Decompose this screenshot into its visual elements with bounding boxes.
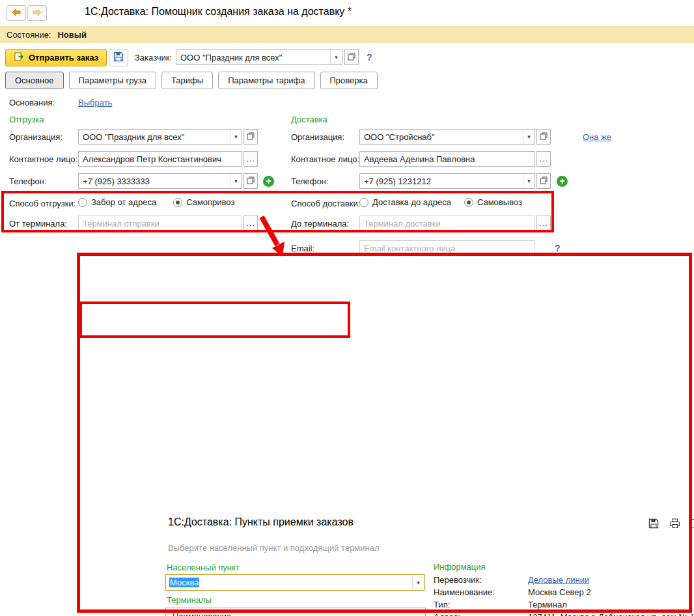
shipment-phone-label: Телефон: [9,176,47,186]
delivery-add-phone-button[interactable]: + [557,176,568,187]
history-nav [7,5,47,21]
status-value: Новый [57,30,86,40]
city-dropdown-icon[interactable]: ▾ [412,575,424,590]
dialog-preview-button[interactable] [687,517,694,531]
radio-label: Забор от адреса [91,197,156,207]
tab-tariffs[interactable]: Тарифы [161,72,213,89]
delivery-org-dropdown-icon[interactable]: ▾ [523,130,534,144]
terminal-info: Перевозчик: Деловые линии Наименование: … [434,575,694,616]
delivery-method-to-address[interactable]: Доставка до адреса [359,197,451,207]
send-order-icon [14,51,24,64]
open-link-icon [348,53,355,63]
same-as-link[interactable]: Она же [583,132,611,142]
customer-value: ООО "Праздник для всех" [176,53,330,63]
delivery-org-combo[interactable]: ООО "Стройснаб" ▾ [359,129,535,145]
delivery-contact-field[interactable]: Авдеева Аделина Павловна [359,151,535,167]
radio-on-icon [173,198,182,207]
shipment-contact-choose-button[interactable]: ... [243,151,258,167]
delivery-phone-combo[interactable]: +7 (925) 1231212 ▾ [359,173,535,189]
customer-label: Заказчик: [135,53,172,63]
delivery-org-label: Организация: [291,132,344,142]
selected-text: Москва [169,578,199,587]
shipment-org-value: ООО "Праздник для всех" [79,132,230,142]
annotation-arrow [255,215,294,258]
delivery-phone-value: +7 (925) 1231212 [360,176,523,186]
carrier-link[interactable]: Деловые линии [528,575,589,585]
shipment-phone-combo[interactable]: +7 (925) 3333333 ▾ [78,173,242,189]
back-arrow-icon [11,8,21,18]
customer-dropdown-icon[interactable]: ▾ [330,50,342,64]
shipment-org-combo[interactable]: ООО "Праздник для всех" ▾ [78,129,242,145]
preview-magnifier-icon [690,518,694,531]
email-field-wrap [359,240,535,256]
info-section-title: Информация [434,562,486,572]
delivery-method-label: Способ доставки: [291,199,360,208]
shipment-terminal-field-wrap [78,216,242,231]
dialog-save-button[interactable] [645,517,662,531]
customer-open-button[interactable] [344,49,359,65]
delivery-contact-value: Авдеева Аделина Павловна [360,154,534,164]
email-input[interactable] [359,240,535,256]
open-link-icon [540,132,548,142]
terminal-name-value: Москва Север 2 [528,587,694,597]
email-help-icon[interactable]: ? [555,243,561,253]
delivery-terminal-input[interactable] [359,216,535,231]
delivery-phone-dropdown-icon[interactable]: ▾ [523,174,534,188]
delivery-contact-label: Контактное лицо: [291,154,359,164]
shipment-method-pickup-from-address[interactable]: Забор от адреса [78,197,156,207]
shipment-add-phone-button[interactable]: + [263,176,274,187]
send-order-button[interactable]: Отправить заказ [5,49,107,66]
shipment-contact-label: Контактное лицо: [9,154,77,164]
shipment-terminal-choose-button[interactable]: ... [243,216,258,231]
delivery-org-open-button[interactable] [536,129,551,145]
shipment-method-self-delivery[interactable]: Самопривоз [173,197,234,207]
open-link-icon [247,132,255,142]
status-bar: Состояние: Новый [0,26,694,43]
terminal-type-value: Терминал [528,600,694,609]
delivery-method-self-pickup[interactable]: Самовывоз [464,197,522,207]
shipment-org-open-button[interactable] [243,129,258,145]
back-button[interactable] [7,5,26,21]
customer-combo[interactable]: ООО "Праздник для всех" ▾ [176,49,342,65]
print-icon [669,518,680,531]
save-icon [113,51,124,64]
delivery-org-value: ООО "Стройснаб" [360,132,523,142]
radio-label: Самопривоз [186,197,234,207]
shipment-phone-dropdown-icon[interactable]: ▾ [230,174,242,188]
radio-label: Доставка до адреса [372,197,451,207]
ellipsis-icon: ... [539,156,548,162]
page-title: 1С:Доставка: Помощник создания заказа на… [85,6,352,18]
delivery-section-title: Доставка [291,115,327,124]
dialog-hint: Выберите населенный пункт и подходящий т… [168,543,380,553]
grounds-select-link[interactable]: Выбрать [78,98,112,107]
dialog-print-button[interactable] [666,517,683,531]
tab-check[interactable]: Проверка [320,72,378,89]
dialog-title: 1С:Доставка: Пункты приемки заказов [168,516,354,528]
save-button[interactable] [109,49,128,66]
open-link-icon [247,176,255,186]
forward-button[interactable] [27,5,47,21]
city-label: Населенный пункт [167,563,240,572]
delivery-contact-choose-button[interactable]: ... [536,151,551,167]
tab-tariff-params[interactable]: Параметры тарифа [218,72,314,89]
shipment-terminal-input[interactable] [78,216,242,231]
delivery-phone-open-button[interactable] [536,173,551,189]
terminals-table: Наименование Москва Север 2 Москва Капот… [165,608,426,616]
terminals-column-header[interactable]: Наименование [166,608,425,616]
tab-main[interactable]: Основное [5,72,64,89]
city-combo[interactable]: Москва ▾ [165,574,424,591]
shipment-phone-open-button[interactable] [243,173,258,189]
carrier-label: Перевозчик: [434,575,528,585]
shipment-org-dropdown-icon[interactable]: ▾ [230,130,242,144]
save-icon [648,518,659,531]
delivery-phone-label: Телефон: [291,176,329,186]
send-order-label: Отправить заказ [29,53,98,63]
forward-arrow-icon [32,8,42,18]
delivery-terminal-choose-button[interactable]: ... [536,216,551,231]
ellipsis-icon: ... [246,156,255,162]
terminals-label: Терминалы [167,595,212,605]
shipment-contact-field[interactable]: Александров Петр Константинович [78,151,242,167]
tab-cargo-params[interactable]: Параметры груза [69,72,156,89]
radio-on-icon [464,198,473,207]
customer-help-icon[interactable]: ? [367,52,372,63]
